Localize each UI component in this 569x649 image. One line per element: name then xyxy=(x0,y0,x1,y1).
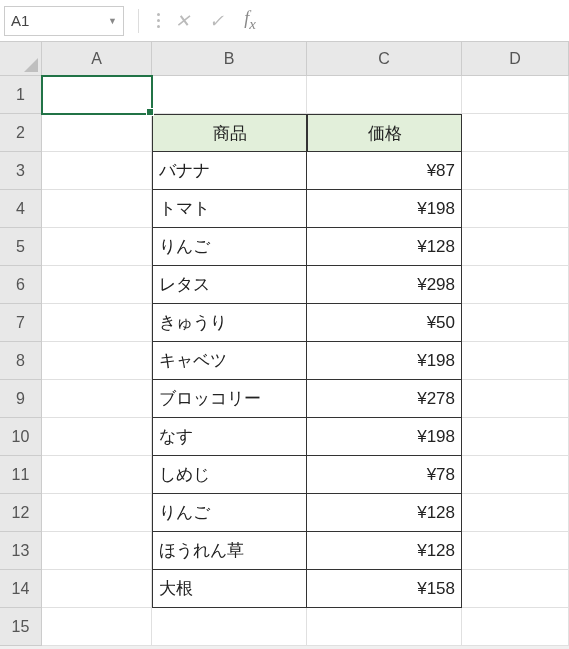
cell-B2[interactable]: 商品 xyxy=(152,114,307,152)
cell-C7[interactable]: ¥50 xyxy=(307,304,462,342)
cell-A14[interactable] xyxy=(42,570,152,608)
row: しめじ¥78 xyxy=(42,456,569,494)
cell-A15[interactable] xyxy=(42,608,152,646)
confirm-icon: ✓ xyxy=(201,10,231,32)
cell-C8[interactable]: ¥198 xyxy=(307,342,462,380)
column-header-B[interactable]: B xyxy=(152,42,307,76)
row-header-5[interactable]: 5 xyxy=(0,228,42,266)
cell-D12[interactable] xyxy=(462,494,569,532)
cell-A3[interactable] xyxy=(42,152,152,190)
cell-D8[interactable] xyxy=(462,342,569,380)
cell-B10[interactable]: なす xyxy=(152,418,307,456)
row: きゅうり¥50 xyxy=(42,304,569,342)
cell-D3[interactable] xyxy=(462,152,569,190)
cell-B15[interactable] xyxy=(152,608,307,646)
cell-D5[interactable] xyxy=(462,228,569,266)
cell-A8[interactable] xyxy=(42,342,152,380)
cell-B11[interactable]: しめじ xyxy=(152,456,307,494)
row: りんご¥128 xyxy=(42,494,569,532)
cell-B8[interactable]: キャベツ xyxy=(152,342,307,380)
row: キャベツ¥198 xyxy=(42,342,569,380)
cell-B6[interactable]: レタス xyxy=(152,266,307,304)
cell-C15[interactable] xyxy=(307,608,462,646)
cell-C6[interactable]: ¥298 xyxy=(307,266,462,304)
cell-A10[interactable] xyxy=(42,418,152,456)
cell-B13[interactable]: ほうれん草 xyxy=(152,532,307,570)
cell-A11[interactable] xyxy=(42,456,152,494)
row-header-3[interactable]: 3 xyxy=(0,152,42,190)
cell-B12[interactable]: りんご xyxy=(152,494,307,532)
cell-D13[interactable] xyxy=(462,532,569,570)
cell-C10[interactable]: ¥198 xyxy=(307,418,462,456)
cell-B7[interactable]: きゅうり xyxy=(152,304,307,342)
chevron-down-icon[interactable]: ▼ xyxy=(108,16,117,26)
cell-B4[interactable]: トマト xyxy=(152,190,307,228)
select-all-corner[interactable] xyxy=(0,42,42,76)
cancel-icon: ✕ xyxy=(167,10,197,32)
column-headers: ABCD xyxy=(42,42,569,76)
row-header-6[interactable]: 6 xyxy=(0,266,42,304)
cell-D11[interactable] xyxy=(462,456,569,494)
formula-input[interactable] xyxy=(269,6,565,36)
cell-B5[interactable]: りんご xyxy=(152,228,307,266)
cell-C3[interactable]: ¥87 xyxy=(307,152,462,190)
cell-C2[interactable]: 価格 xyxy=(307,114,462,152)
drag-handle-icon[interactable] xyxy=(153,13,163,28)
column-header-A[interactable]: A xyxy=(42,42,152,76)
row-header-1[interactable]: 1 xyxy=(0,76,42,114)
cell-D6[interactable] xyxy=(462,266,569,304)
cell-B9[interactable]: ブロッコリー xyxy=(152,380,307,418)
cell-A4[interactable] xyxy=(42,190,152,228)
cell-C5[interactable]: ¥128 xyxy=(307,228,462,266)
cell-A7[interactable] xyxy=(42,304,152,342)
cell-C4[interactable]: ¥198 xyxy=(307,190,462,228)
row: トマト¥198 xyxy=(42,190,569,228)
cell-B14[interactable]: 大根 xyxy=(152,570,307,608)
cell-B3[interactable]: バナナ xyxy=(152,152,307,190)
cell-D1[interactable] xyxy=(462,76,569,114)
cell-C13[interactable]: ¥128 xyxy=(307,532,462,570)
row-header-12[interactable]: 12 xyxy=(0,494,42,532)
cell-C9[interactable]: ¥278 xyxy=(307,380,462,418)
column-header-D[interactable]: D xyxy=(462,42,569,76)
cell-D7[interactable] xyxy=(462,304,569,342)
cell-D4[interactable] xyxy=(462,190,569,228)
row: バナナ¥87 xyxy=(42,152,569,190)
separator xyxy=(138,9,139,33)
row: ブロッコリー¥278 xyxy=(42,380,569,418)
cell-D15[interactable] xyxy=(462,608,569,646)
row-header-9[interactable]: 9 xyxy=(0,380,42,418)
row-header-13[interactable]: 13 xyxy=(0,532,42,570)
cell-C11[interactable]: ¥78 xyxy=(307,456,462,494)
cell-B1[interactable] xyxy=(152,76,307,114)
name-box[interactable]: A1 ▼ xyxy=(4,6,124,36)
row-header-15[interactable]: 15 xyxy=(0,608,42,646)
cell-D9[interactable] xyxy=(462,380,569,418)
cell-A2[interactable] xyxy=(42,114,152,152)
cell-D2[interactable] xyxy=(462,114,569,152)
column-header-C[interactable]: C xyxy=(307,42,462,76)
row-header-2[interactable]: 2 xyxy=(0,114,42,152)
cell-A5[interactable] xyxy=(42,228,152,266)
row-header-8[interactable]: 8 xyxy=(0,342,42,380)
cell-A12[interactable] xyxy=(42,494,152,532)
row-header-10[interactable]: 10 xyxy=(0,418,42,456)
cell-C14[interactable]: ¥158 xyxy=(307,570,462,608)
cell-D14[interactable] xyxy=(462,570,569,608)
row: 大根¥158 xyxy=(42,570,569,608)
formula-bar: A1 ▼ ✕ ✓ fx xyxy=(0,0,569,42)
row-header-11[interactable]: 11 xyxy=(0,456,42,494)
row-header-7[interactable]: 7 xyxy=(0,304,42,342)
row-header-4[interactable]: 4 xyxy=(0,190,42,228)
cell-A1[interactable] xyxy=(42,76,152,114)
fx-icon[interactable]: fx xyxy=(235,8,265,33)
cell-D10[interactable] xyxy=(462,418,569,456)
row xyxy=(42,608,569,646)
row-header-14[interactable]: 14 xyxy=(0,570,42,608)
cell-A13[interactable] xyxy=(42,532,152,570)
cell-C12[interactable]: ¥128 xyxy=(307,494,462,532)
cell-A9[interactable] xyxy=(42,380,152,418)
cell-A6[interactable] xyxy=(42,266,152,304)
spreadsheet-grid: 123456789101112131415 ABCD 商品価格バナナ¥87トマト… xyxy=(0,42,569,646)
cell-C1[interactable] xyxy=(307,76,462,114)
